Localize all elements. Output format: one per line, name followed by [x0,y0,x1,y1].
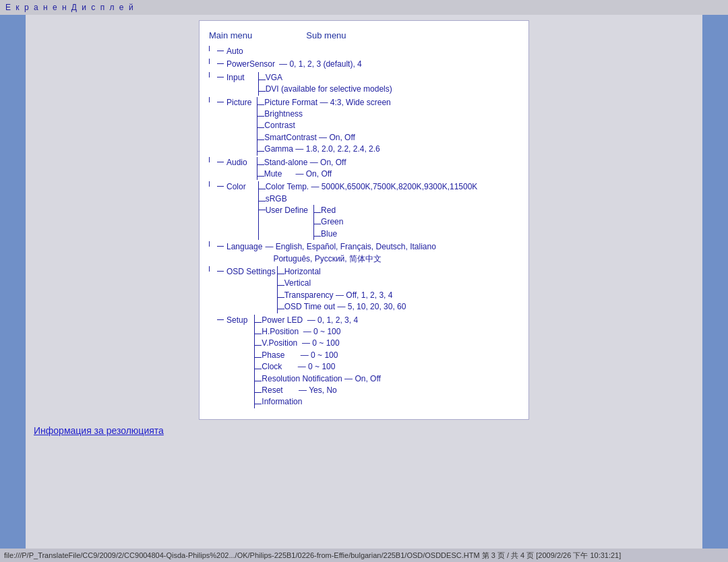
menu-box: Main menu Sub menu Auto PowerSensor — 0,… [199,20,529,420]
bottom-section: Информация за резолюцията [34,420,694,436]
powersensor-label: PowerSensor [224,59,275,70]
menu-item-picture: Picture Picture Format — 4:3, Wide scree… [209,97,515,156]
powersensor-values: — 0, 1, 2, 3 (default), 4 [279,59,362,70]
main-layout: Main menu Sub menu Auto PowerSensor — 0,… [0,15,728,549]
content-area: Main menu Sub menu Auto PowerSensor — 0,… [26,15,702,549]
status-bar-text: file:///P/P_TranslateFile/CC9/2009/2/CC9… [4,551,621,561]
setup-label: Setup [224,315,247,326]
menu-item-audio: Audio Stand-alone — On, Off Mute — On, O… [209,157,515,181]
menu-item-language: Language — English, Español, Français, D… [209,241,515,265]
menu-item-powersensor: PowerSensor — 0, 1, 2, 3 (default), 4 [209,59,515,70]
input-label: Input [224,72,245,84]
status-bar: file:///P/P_TranslateFile/CC9/2009/2/CC9… [0,549,728,562]
side-panel-left [0,15,26,549]
title-bar-text: Е к р а н е н Д и с п л е й [5,3,135,12]
sub-menu-header: Sub menu [306,30,346,40]
color-label: Color [224,181,246,193]
main-menu-header: Main menu [209,30,252,40]
menu-item-setup: Setup Power LED — 0, 1, 2, 3, 4 H.Positi… [209,315,515,408]
menu-item-input: Input VGA DVI (available for selective m… [209,72,515,96]
audio-label: Audio [224,157,247,168]
osd-settings-label: OSD Settings [224,266,276,278]
menu-headers: Main menu Sub menu [209,30,515,40]
side-panel-right [702,15,728,549]
picture-label: Picture [224,97,251,108]
bottom-link[interactable]: Информация за резолюцията [34,425,164,436]
title-bar: Е к р а н е н Д и с п л е й [0,0,728,15]
menu-item-color: Color Color Temp. — 5000K,6500K,7500K,82… [209,181,515,240]
menu-item-osd-settings: OSD Settings Horizontal Vertical [209,266,515,313]
menu-tree: Auto PowerSensor — 0, 1, 2, 3 (default),… [209,46,515,408]
language-label: Language [224,241,262,253]
auto-label: Auto [224,46,243,57]
menu-item-auto: Auto [209,46,515,57]
